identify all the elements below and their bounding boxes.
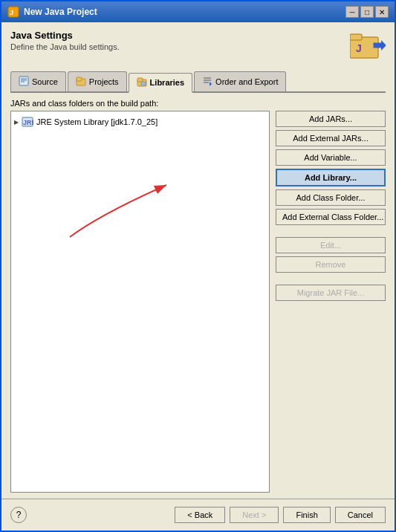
maximize-button[interactable]: □ <box>360 6 374 18</box>
title-bar: J New Java Project ─ □ ✕ <box>1 1 395 22</box>
svg-rect-6 <box>19 77 28 85</box>
tab-bar: Source Projects <box>10 71 386 93</box>
svg-text:JRE: JRE <box>23 119 33 126</box>
tab-libraries[interactable]: Libraries <box>129 73 192 93</box>
edit-button[interactable]: Edit... <box>276 237 386 253</box>
panel-row: ▶ JRE JRE System Library [jdk1.7.0_25] <box>10 111 386 493</box>
svg-text:J: J <box>356 42 362 54</box>
next-button[interactable]: Next > <box>230 507 279 523</box>
add-library-button[interactable]: Add Library... <box>276 169 386 186</box>
close-button[interactable]: ✕ <box>375 6 389 18</box>
header-section: Java Settings Define the Java build sett… <box>10 30 386 65</box>
back-button[interactable]: < Back <box>175 507 225 523</box>
tree-arrow-icon: ▶ <box>14 119 19 126</box>
tab-order-export[interactable]: Order and Export <box>194 71 286 91</box>
button-panel: Add JARs... Add External JARs... Add Var… <box>276 111 386 493</box>
title-bar-left: J New Java Project <box>7 6 97 18</box>
minimize-button[interactable]: ─ <box>345 6 359 18</box>
projects-icon <box>76 76 86 88</box>
java-project-icon: J <box>7 6 19 18</box>
content-area: Java Settings Define the Java build sett… <box>1 22 395 493</box>
button-spacer-2 <box>276 276 386 282</box>
jre-library-label: JRE System Library [jdk1.7.0_25] <box>36 117 158 126</box>
add-jars-button[interactable]: Add JARs... <box>276 111 386 127</box>
page-subtitle: Define the Java build settings. <box>10 42 120 51</box>
add-variable-button[interactable]: Add Variable... <box>276 149 386 166</box>
tab-projects[interactable]: Projects <box>68 71 127 91</box>
tab-source[interactable]: Source <box>10 71 66 91</box>
svg-text:J: J <box>10 9 13 16</box>
cancel-button[interactable]: Cancel <box>335 507 386 523</box>
svg-marker-18 <box>210 82 212 86</box>
add-external-class-folder-button[interactable]: Add External Class Folder... <box>276 209 386 225</box>
migrate-jar-button[interactable]: Migrate JAR File... <box>276 285 386 301</box>
tree-panel[interactable]: ▶ JRE JRE System Library [jdk1.7.0_25] <box>10 111 270 493</box>
add-class-folder-button[interactable]: Add Class Folder... <box>276 189 386 206</box>
window: J New Java Project ─ □ ✕ Java Settings D… <box>0 0 396 532</box>
jre-library-icon: JRE <box>22 116 33 128</box>
java-settings-icon: J <box>350 30 386 65</box>
tab-projects-label: Projects <box>89 77 119 86</box>
libraries-icon <box>137 77 147 88</box>
footer-left: ? <box>10 507 27 523</box>
tab-order-export-label: Order and Export <box>215 77 278 86</box>
finish-button[interactable]: Finish <box>283 507 330 523</box>
svg-rect-11 <box>77 77 82 81</box>
help-button[interactable]: ? <box>10 507 27 523</box>
footer: ? < Back Next > Finish Cancel <box>1 499 395 531</box>
tab-source-label: Source <box>32 77 58 86</box>
svg-rect-13 <box>137 78 143 82</box>
title-bar-controls: ─ □ ✕ <box>345 6 389 18</box>
section-label: JARs and class folders on the build path… <box>10 99 386 108</box>
order-icon <box>202 76 212 88</box>
add-external-jars-button[interactable]: Add External JARs... <box>276 130 386 146</box>
window-title: New Java Project <box>24 7 97 17</box>
page-title: Java Settings <box>10 30 120 41</box>
header-text: Java Settings Define the Java build sett… <box>10 30 120 51</box>
tree-item[interactable]: ▶ JRE JRE System Library [jdk1.7.0_25] <box>14 114 266 129</box>
source-icon <box>19 76 29 88</box>
tab-libraries-label: Libraries <box>150 78 184 87</box>
remove-button[interactable]: Remove <box>276 256 386 273</box>
main-section: JARs and class folders on the build path… <box>10 99 386 493</box>
svg-rect-3 <box>350 34 362 40</box>
svg-rect-14 <box>141 82 146 85</box>
button-spacer <box>276 228 386 234</box>
footer-buttons: < Back Next > Finish Cancel <box>175 507 386 523</box>
